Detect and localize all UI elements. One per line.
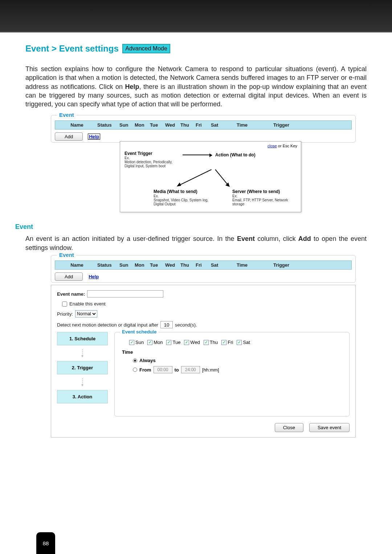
days-row: ✓Sun ✓Mon ✓Tue ✓Wed ✓Thu ✓Fri ✓Sat [129, 340, 343, 345]
event-columns-header-2: Name Status Sun Mon Tue Wed Thu Fri Sat … [55, 260, 352, 270]
event-panel-2: Event Name Status Sun Mon Tue Wed Thu Fr… [51, 255, 356, 283]
col-sun: Sun [119, 122, 132, 128]
help-popup: close or Esc Key Event Trigger Ex. Motio… [120, 141, 301, 212]
event-legend-2: Event [57, 252, 76, 258]
evt-body-a: An event is an action initiated by a use… [25, 235, 237, 242]
intro-paragraph: This section explains how to configure t… [25, 65, 367, 108]
col-wed: Wed [165, 262, 178, 268]
help-link-2[interactable]: Help [88, 274, 99, 279]
chk-sat[interactable]: ✓ [237, 340, 242, 345]
header-bar [0, 0, 392, 33]
intro-help-ref: Help [125, 83, 139, 90]
enable-event-label: Enable this event [69, 301, 106, 307]
chk-wed[interactable]: ✓ [184, 340, 189, 345]
col-sun: Sun [119, 262, 132, 268]
event-name-input[interactable] [87, 290, 163, 297]
event-schedule-fieldset: Event schedule ✓Sun ✓Mon ✓Tue ✓Wed ✓Thu … [114, 332, 350, 416]
page-title-row: Event > Event settings Advanced Mode [25, 44, 367, 54]
lbl-sat: Sat [243, 340, 250, 345]
to-label: to [175, 367, 179, 373]
priority-select[interactable]: Normal [75, 310, 97, 317]
section-event-heading: Event [15, 223, 367, 231]
section-event-body: An event is an action initiated by a use… [25, 234, 367, 252]
lbl-mon: Mon [154, 340, 163, 345]
event-columns-header: Name Status Sun Mon Tue Wed Thu Fri Sat … [55, 120, 352, 130]
popup-media-ex-label: Ex. [154, 194, 218, 198]
close-button[interactable]: Close [275, 423, 303, 432]
col-fri: Fri [196, 262, 209, 268]
popup-trigger-ex: Motion detection, Periodically, Digital … [124, 160, 179, 168]
detect-label-a: Detect next motion detection or digital … [57, 322, 158, 328]
event-settings-window: Event name: Enable this event Priority: … [51, 285, 356, 438]
mode-badge: Advanced Mode [122, 44, 170, 53]
chk-sun[interactable]: ✓ [129, 340, 134, 345]
popup-media-ex: Snapshot, Video Clip, System log, Digita… [154, 198, 218, 206]
popup-trigger-hdr: Event Trigger [124, 151, 179, 156]
help-link[interactable]: Help [88, 134, 100, 140]
arrow-right-icon [183, 155, 212, 155]
enable-event-checkbox[interactable] [62, 301, 67, 307]
page-body: Event > Event settings Advanced Mode Thi… [0, 33, 392, 448]
col-tue: Tue [150, 262, 163, 268]
col-sat: Sat [211, 262, 225, 268]
svg-line-0 [179, 169, 212, 185]
event-panel-1: Event Name Status Sun Mon Tue Wed Thu Fr… [51, 115, 356, 143]
col-thu: Thu [180, 122, 193, 128]
radio-from[interactable] [133, 368, 137, 372]
lbl-tue: Tue [172, 340, 180, 345]
col-tue: Tue [150, 122, 163, 128]
event-legend: Event [57, 112, 76, 118]
chk-tue[interactable]: ✓ [166, 340, 171, 345]
popup-close-link[interactable]: close [268, 144, 277, 148]
detect-seconds-input[interactable] [160, 321, 173, 328]
popup-media-hdr: Media (What to send) [154, 189, 218, 194]
step-action[interactable]: 3. Action [57, 390, 108, 403]
step-arrow-2 [57, 377, 108, 390]
col-status: Status [97, 262, 117, 268]
evt-body-b: Event [237, 235, 255, 242]
priority-label: Priority: [57, 311, 73, 317]
popup-server-ex: Email, FTP, HTTP Server, Network storage [232, 198, 297, 206]
col-mon: Mon [135, 122, 148, 128]
diagram-arrows [124, 169, 297, 188]
add-button-2[interactable]: Add [55, 272, 83, 281]
col-sat: Sat [211, 122, 225, 128]
event-name-label: Event name: [57, 291, 85, 297]
radio-always[interactable] [133, 358, 137, 363]
steps-column: 1. Schedule 2. Trigger 3. Action [57, 332, 108, 416]
step-arrow-1 [57, 348, 108, 361]
breadcrumb: Event > Event settings [25, 44, 119, 53]
chk-thu[interactable]: ✓ [204, 340, 209, 345]
radio-always-label: Always [139, 358, 156, 363]
popup-trigger-ex-label: Ex. [124, 156, 179, 160]
step-trigger[interactable]: 2. Trigger [57, 361, 108, 374]
popup-action-hdr: Action (What to do) [215, 152, 256, 157]
chk-fri[interactable]: ✓ [221, 340, 226, 345]
time-label: Time [122, 349, 343, 355]
event-schedule-legend: Event schedule [120, 329, 159, 335]
popup-server-ex-label: Ex. [232, 194, 297, 198]
col-name: Name [59, 122, 95, 128]
col-time: Time [228, 122, 257, 128]
radio-from-label: From [139, 367, 151, 373]
add-button[interactable]: Add [55, 132, 83, 141]
col-name: Name [59, 262, 95, 268]
lbl-thu: Thu [210, 340, 218, 345]
col-time: Time [228, 262, 257, 268]
col-fri: Fri [196, 122, 209, 128]
from-time-input[interactable] [154, 366, 172, 373]
save-event-button[interactable]: Save event [309, 423, 350, 432]
popup-close-row: close or Esc Key [268, 144, 297, 148]
lbl-fri: Fri [228, 340, 233, 345]
popup-close-suffix: or Esc Key [277, 144, 297, 148]
evt-body-d: Add [298, 235, 311, 242]
step-schedule[interactable]: 1. Schedule [57, 332, 108, 345]
svg-line-2 [215, 169, 228, 185]
hhmm-hint: [hh:mm] [202, 367, 219, 373]
popup-server-hdr: Server (Where to send) [232, 189, 297, 194]
detect-label-b: second(s). [175, 322, 197, 328]
chk-mon[interactable]: ✓ [147, 340, 152, 345]
col-trigger: Trigger [259, 122, 289, 128]
to-time-input[interactable] [181, 366, 200, 373]
col-thu: Thu [180, 262, 193, 268]
